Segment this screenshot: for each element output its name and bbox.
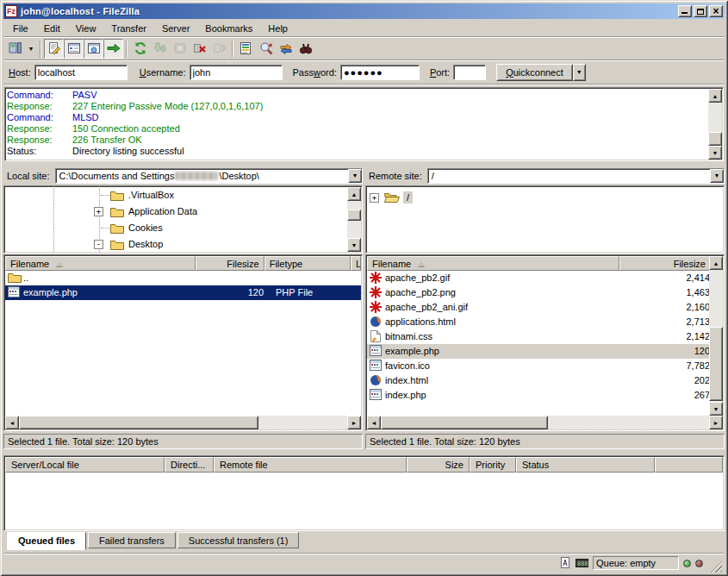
menu-edit[interactable]: Edit <box>36 22 68 35</box>
username-label: Username: <box>140 67 186 78</box>
apache-image-icon <box>370 286 382 300</box>
password-input[interactable] <box>340 65 420 80</box>
file-row-example-php[interactable]: example.php 120 PHP File 1 <box>5 285 361 300</box>
quickconnect-button[interactable]: Quickconnect <box>496 64 573 81</box>
remote-site-combobox[interactable]: / ▼ <box>427 168 725 184</box>
local-site-combobox[interactable]: C:\Documents and Settings\Desktop\ ▼ <box>55 168 363 184</box>
file-row-bitnami-css[interactable]: bitnami.css 2,142 <box>367 329 709 344</box>
file-row-parent-directory[interactable]: .. <box>5 271 361 285</box>
column-header-last-modified[interactable]: L <box>351 256 361 271</box>
column-header-filetype[interactable]: Filetype <box>264 256 351 271</box>
column-header-filename[interactable]: Filename <box>5 256 196 271</box>
column-header-status[interactable]: Status <box>516 457 655 473</box>
scroll-up-button[interactable]: ▲ <box>708 89 722 103</box>
process-queue-button[interactable] <box>150 39 170 59</box>
scroll-right-button[interactable]: ► <box>709 416 723 429</box>
menu-help[interactable]: Help <box>260 22 296 35</box>
speed-limits-icon[interactable]: 888 <box>576 556 588 571</box>
expand-icon[interactable]: + <box>94 207 103 216</box>
local-horizontal-scrollbar[interactable]: ◄ ► <box>5 416 361 429</box>
file-row-apache-pb2-png[interactable]: apache_pb2.png 1,463 <box>367 285 709 300</box>
menu-view[interactable]: View <box>68 22 104 35</box>
scrollbar-thumb[interactable] <box>709 327 723 401</box>
filesize-cell: 2,414 <box>620 271 709 285</box>
maximize-button[interactable] <box>694 5 707 17</box>
menu-transfer[interactable]: Transfer <box>103 22 154 35</box>
directory-listing-filters-button[interactable] <box>236 39 256 59</box>
port-input[interactable] <box>453 65 486 80</box>
scroll-down-button[interactable]: ▼ <box>709 402 723 416</box>
scrollbar-thumb[interactable] <box>347 210 361 221</box>
tab-failed-transfers[interactable]: Failed transfers <box>88 532 176 548</box>
file-row-index-html[interactable]: index.html 202 <box>367 373 709 388</box>
collapse-icon[interactable]: - <box>94 240 103 249</box>
expand-icon[interactable]: + <box>370 193 379 203</box>
column-header-filesize[interactable]: Filesize <box>619 256 711 271</box>
log-vertical-scrollbar[interactable]: ▲ ▼ <box>708 89 722 160</box>
scroll-left-button[interactable]: ◄ <box>367 416 381 429</box>
column-header-filename[interactable]: Filename <box>367 256 619 271</box>
file-row-apache-pb2-ani-gif[interactable]: apache_pb2_ani.gif 2,160 <box>367 300 709 315</box>
file-row-example-php[interactable]: example.php 120 <box>367 344 709 359</box>
close-button[interactable]: × <box>709 5 723 17</box>
scrollbar-thumb[interactable] <box>708 132 722 146</box>
remote-vertical-scrollbar[interactable]: ▲ ▼ <box>709 256 723 416</box>
site-manager-dropdown-button[interactable]: ▼ <box>25 39 37 59</box>
scroll-down-button[interactable]: ▼ <box>347 238 361 252</box>
directory-comparison-button[interactable] <box>256 39 276 59</box>
toggle-transfer-queue-button[interactable] <box>103 39 123 59</box>
column-header-size[interactable]: Size <box>407 457 470 473</box>
scroll-right-button[interactable]: ► <box>347 416 361 429</box>
remote-horizontal-scrollbar[interactable]: ◄ ► <box>367 416 723 429</box>
refresh-button[interactable] <box>130 39 150 59</box>
find-files-button[interactable] <box>296 39 315 59</box>
toggle-remote-tree-button[interactable] <box>84 39 103 59</box>
local-tree-scrollbar[interactable]: ▲ ▼ <box>347 187 361 252</box>
quickconnect-bar: Host: Username: Password: Port: Quickcon… <box>9 61 725 83</box>
toggle-local-tree-button[interactable] <box>64 39 84 59</box>
tree-item-root[interactable]: + / <box>370 190 413 205</box>
menu-server[interactable]: Server <box>154 22 197 35</box>
menu-file[interactable]: File <box>5 22 36 35</box>
column-header-remote-file[interactable]: Remote file <box>214 457 407 473</box>
file-row-favicon-ico[interactable]: favicon.ico 7,782 <box>367 359 709 373</box>
log-line: Response:226 Transfer OK <box>7 135 707 146</box>
scroll-up-button[interactable]: ▲ <box>347 187 361 201</box>
scroll-up-button[interactable]: ▲ <box>709 256 723 270</box>
scroll-down-button[interactable]: ▼ <box>708 146 722 160</box>
tab-successful-transfers[interactable]: Successful transfers (1) <box>177 532 300 548</box>
transfer-type-icon[interactable] <box>559 556 571 571</box>
scroll-left-button[interactable]: ◄ <box>5 416 19 429</box>
tab-queued-files[interactable]: Queued files <box>7 532 86 550</box>
minimize-button[interactable] <box>678 5 692 17</box>
tree-item-cookies[interactable]: Cookies <box>4 220 346 236</box>
file-row-applications-html[interactable]: applications.html 2,713 <box>367 315 709 329</box>
site-manager-button[interactable] <box>5 39 25 59</box>
column-header-server-local-file[interactable]: Server/Local file <box>5 457 165 473</box>
log-line: Command:MLSD <box>7 112 707 123</box>
filezilla-window: Fz john@localhost - FileZilla × File Edi… <box>0 0 728 576</box>
tree-item-virtualbox[interactable]: .VirtualBox <box>4 187 346 203</box>
tree-item-application-data[interactable]: + Application Data <box>4 203 346 220</box>
disconnect-button[interactable] <box>190 39 209 59</box>
host-input[interactable] <box>34 65 128 80</box>
username-input[interactable] <box>190 65 283 80</box>
column-header-filesize[interactable]: Filesize <box>196 256 264 271</box>
synchronized-browsing-button[interactable] <box>276 39 296 59</box>
file-row-index-php[interactable]: index.php 267 <box>367 388 709 403</box>
column-header-direction[interactable]: Directi... <box>165 457 214 473</box>
menu-bookmarks[interactable]: Bookmarks <box>197 22 260 35</box>
remote-site-dropdown-button[interactable]: ▼ <box>710 169 724 183</box>
resize-grip-icon[interactable] <box>710 560 722 573</box>
quickconnect-dropdown-button[interactable]: ▼ <box>573 64 586 81</box>
tree-item-desktop[interactable]: - Desktop <box>4 236 346 253</box>
scrollbar-thumb[interactable] <box>19 416 258 429</box>
file-row-apache-pb2-gif[interactable]: apache_pb2.gif 2,414 <box>367 271 709 285</box>
title-bar[interactable]: Fz john@localhost - FileZilla × <box>3 3 725 19</box>
toggle-message-log-button[interactable] <box>44 39 64 59</box>
scrollbar-thumb[interactable] <box>381 416 548 429</box>
reconnect-button[interactable] <box>209 39 229 59</box>
local-site-dropdown-button[interactable]: ▼ <box>348 169 362 183</box>
column-header-priority[interactable]: Priority <box>470 457 516 473</box>
cancel-operation-button[interactable] <box>170 39 190 59</box>
